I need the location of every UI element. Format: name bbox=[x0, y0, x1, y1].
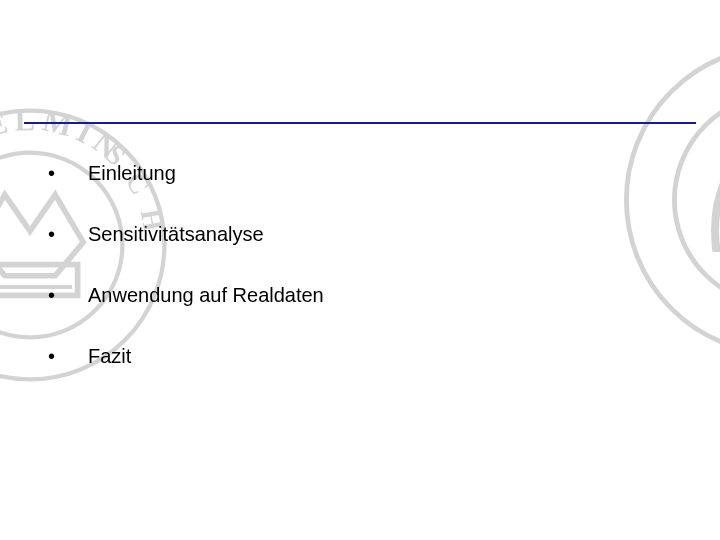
bullet-text: Einleitung bbox=[88, 162, 680, 185]
agenda-list: • Einleitung • Sensitivitätsanalyse • An… bbox=[38, 162, 680, 368]
list-item: • Fazit bbox=[38, 345, 680, 368]
bullet-marker: • bbox=[38, 345, 88, 368]
bullet-marker: • bbox=[38, 284, 88, 307]
agenda-content: • Einleitung • Sensitivitätsanalyse • An… bbox=[38, 162, 680, 406]
bullet-marker: • bbox=[38, 223, 88, 246]
list-item: • Einleitung bbox=[38, 162, 680, 185]
bullet-text: Anwendung auf Realdaten bbox=[88, 284, 680, 307]
list-item: • Sensitivitätsanalyse bbox=[38, 223, 680, 246]
bullet-marker: • bbox=[38, 162, 88, 185]
bullet-text: Sensitivitätsanalyse bbox=[88, 223, 680, 246]
bullet-text: Fazit bbox=[88, 345, 680, 368]
list-item: • Anwendung auf Realdaten bbox=[38, 284, 680, 307]
title-divider bbox=[24, 122, 696, 124]
svg-point-7 bbox=[674, 94, 720, 305]
